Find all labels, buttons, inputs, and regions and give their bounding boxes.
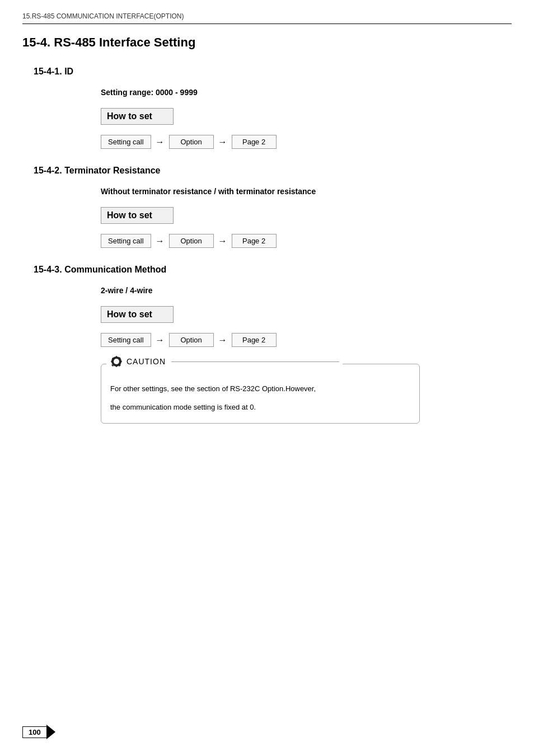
- how-to-set-label-2: How to set: [101, 207, 174, 224]
- page-number-container: 100: [22, 725, 55, 739]
- flow-box-option-3: Option: [169, 333, 214, 347]
- caution-label: CAUTION: [127, 357, 166, 366]
- caution-line: [171, 361, 339, 362]
- caution-icon: [110, 355, 123, 368]
- arrow-2a: →: [156, 236, 165, 246]
- section-terminator-title: 15-4-2. Terminator Resistance: [34, 166, 512, 176]
- how-to-set-label-3: How to set: [101, 306, 174, 323]
- section-comm-method: 15-4-3. Communication Method 2-wire / 4-…: [22, 265, 512, 347]
- flow-box-setting-call-3: Setting call: [101, 333, 151, 347]
- flow-row-1: Setting call → Option → Page 2: [101, 135, 512, 149]
- page-number-box: 100: [22, 726, 47, 738]
- section-terminator-content: Without terminator resistance / with ter…: [101, 187, 512, 248]
- wire-description: 2-wire / 4-wire: [101, 286, 512, 295]
- section-comm-method-title: 15-4-3. Communication Method: [34, 265, 512, 275]
- svg-rect-2: [116, 356, 117, 358]
- section-comm-method-content: 2-wire / 4-wire How to set Setting call …: [101, 286, 512, 347]
- caution-header: CAUTION: [106, 355, 343, 368]
- caution-box: For other settings, see the section of R…: [101, 364, 420, 424]
- section-id-title: 15-4-1. ID: [34, 67, 512, 77]
- how-to-set-label-1: How to set: [101, 108, 174, 125]
- header-bar: 15.RS-485 COMMUNICATION INTERFACE(OPTION…: [22, 11, 512, 24]
- caution-outer: CAUTION For other settings, see the sect…: [101, 364, 420, 424]
- section-id: 15-4-1. ID Setting range: 0000 - 9999 Ho…: [22, 67, 512, 149]
- svg-rect-5: [120, 361, 122, 362]
- terminator-description: Without terminator resistance / with ter…: [101, 187, 512, 196]
- setting-range: Setting range: 0000 - 9999: [101, 88, 512, 97]
- arrow-1b: →: [218, 137, 227, 147]
- page-number: 100: [29, 728, 41, 736]
- arrow-2b: →: [218, 236, 227, 246]
- flow-box-setting-call-1: Setting call: [101, 135, 151, 149]
- main-title: 15-4. RS-485 Interface Setting: [22, 35, 512, 50]
- caution-text-line2: the communication mode setting is fixed …: [110, 401, 410, 414]
- arrow-3a: →: [156, 335, 165, 345]
- flow-box-setting-call-2: Setting call: [101, 234, 151, 248]
- section-id-content: Setting range: 0000 - 9999 How to set Se…: [101, 88, 512, 149]
- svg-rect-3: [116, 365, 117, 367]
- svg-rect-4: [111, 361, 113, 362]
- flow-box-page2-1: Page 2: [232, 135, 277, 149]
- caution-wrapper: CAUTION For other settings, see the sect…: [101, 364, 420, 424]
- flow-box-page2-2: Page 2: [232, 234, 277, 248]
- flow-box-option-2: Option: [169, 234, 214, 248]
- header-text: 15.RS-485 COMMUNICATION INTERFACE(OPTION…: [22, 12, 184, 20]
- flow-box-page2-3: Page 2: [232, 333, 277, 347]
- page-container: 15.RS-485 COMMUNICATION INTERFACE(OPTION…: [0, 0, 534, 446]
- arrow-3b: →: [218, 335, 227, 345]
- page-number-arrow: [46, 725, 55, 739]
- caution-text-line1: For other settings, see the section of R…: [110, 382, 410, 395]
- arrow-1a: →: [156, 137, 165, 147]
- flow-row-2: Setting call → Option → Page 2: [101, 234, 512, 248]
- flow-box-option-1: Option: [169, 135, 214, 149]
- flow-row-3: Setting call → Option → Page 2: [101, 333, 512, 347]
- section-terminator: 15-4-2. Terminator Resistance Without te…: [22, 166, 512, 248]
- svg-point-1: [114, 359, 119, 364]
